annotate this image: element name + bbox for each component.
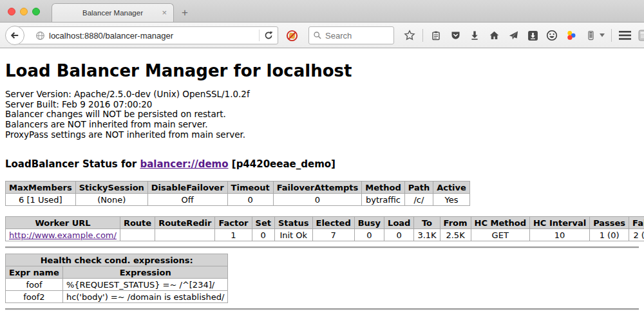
cell-expr-name: foof2 <box>6 291 63 303</box>
inherit-notice-line: Balancers are NOT inherited from main se… <box>5 120 639 130</box>
col-method: Method <box>362 181 404 194</box>
cell-set: 0 <box>252 229 274 241</box>
pocket-icon[interactable] <box>449 28 462 42</box>
cell-from: 2.5K <box>440 229 471 241</box>
col-hc-interval: HC Interval <box>529 217 589 229</box>
cell-routeredir <box>155 229 215 241</box>
col-factor: Factor <box>215 217 252 229</box>
send-icon[interactable] <box>507 28 520 42</box>
bookmarks-clipboard-icon[interactable] <box>430 28 442 42</box>
cell-maxmembers: 6 [1 Used] <box>6 194 76 206</box>
col-set: Set <box>252 217 274 229</box>
col-load: Load <box>384 217 414 229</box>
col-expr-name: Expr name <box>6 266 63 279</box>
url-bar[interactable] <box>15 26 278 44</box>
cell-path: /c/ <box>404 194 433 206</box>
col-path: Path <box>404 181 433 194</box>
search-bar[interactable] <box>308 26 394 44</box>
cell-method: bytraffic <box>362 194 404 206</box>
col-timeout: Timeout <box>227 181 273 194</box>
status-heading-suffix: [p4420eeae_demo] <box>232 158 336 170</box>
smiley-icon[interactable] <box>545 28 558 42</box>
col-busy: Busy <box>354 217 384 229</box>
url-input[interactable] <box>49 31 259 41</box>
proxypass-notice-line: ProxyPass settings are NOT inherited fro… <box>5 130 639 140</box>
col-expression: Expression <box>62 266 228 279</box>
cell-fails: 2 (0) <box>629 229 644 241</box>
toolbar-separator <box>611 29 612 42</box>
browser-tab[interactable]: Balancer Manager × <box>52 3 174 22</box>
balancer-settings-table: MaxMembers StickySession DisableFailover… <box>5 181 470 206</box>
tab-title: Balancer Manager <box>82 9 143 17</box>
cell-stickysession: (None) <box>75 194 147 206</box>
close-window-button[interactable] <box>8 8 15 15</box>
balancer-demo-link[interactable]: balancer://demo <box>140 158 228 170</box>
back-button[interactable] <box>5 26 24 45</box>
table-header-row: Expr name Expression <box>6 266 228 279</box>
noscript-blocked-icon[interactable] <box>286 30 298 42</box>
cell-disablefailover: Off <box>147 194 227 206</box>
col-passes: Passes <box>590 217 629 229</box>
horizontal-rule <box>5 246 639 248</box>
bookmark-star-icon[interactable] <box>403 28 416 42</box>
cell-expression: hc('body') =~ /domain is established/ <box>62 291 228 303</box>
cell-worker-url: http://www.example.com/ <box>6 229 120 241</box>
col-elected: Elected <box>312 217 354 229</box>
cell-expr-name: foof <box>6 279 63 291</box>
col-from: From <box>440 217 471 229</box>
server-info: Server Version: Apache/2.5.0-dev (Unix) … <box>5 89 639 140</box>
col-routeredir: RouteRedir <box>155 217 215 229</box>
download-box-icon[interactable] <box>526 28 539 42</box>
url-divider <box>259 30 260 41</box>
col-worker-url: Worker URL <box>6 217 120 229</box>
page-title: Load Balancer Manager for localhost <box>5 61 639 80</box>
zoom-window-button[interactable] <box>32 8 40 15</box>
cell-passes: 1 (0) <box>590 229 629 241</box>
tab-close-icon[interactable]: × <box>162 8 167 17</box>
cell-route <box>120 229 155 241</box>
cell-to: 3.1K <box>414 229 440 241</box>
col-to: To <box>414 217 440 229</box>
back-icon <box>10 30 20 41</box>
health-table-title: Health check cond. expressions: <box>6 254 228 266</box>
toolbar-separator <box>422 29 423 42</box>
cell-active: Yes <box>433 194 470 206</box>
cell-timeout: 0 <box>227 194 273 206</box>
cell-hc-method: GET <box>471 229 529 241</box>
battery-icon[interactable] <box>584 28 597 42</box>
table-row: foof %{REQUEST_STATUS} =~ /^[234]/ <box>6 279 228 291</box>
health-check-table: Health check cond. expressions: Expr nam… <box>5 254 228 303</box>
loadbalancer-status-heading: LoadBalancer Status for balancer://demo … <box>5 158 639 170</box>
cell-factor: 1 <box>215 229 252 241</box>
table-row: http://www.example.com/ 1 0 Init Ok 7 0 … <box>6 229 644 241</box>
menu-icon[interactable] <box>618 28 631 42</box>
col-fails: Fails <box>629 217 644 229</box>
cell-expression: %{REQUEST_STATUS} =~ /^[234]/ <box>62 279 228 291</box>
cell-load: 0 <box>384 229 414 241</box>
home-icon[interactable] <box>488 28 500 42</box>
table-row: 6 [1 Used] (None) Off 0 0 bytraffic /c/ … <box>6 194 470 206</box>
navigation-toolbar <box>0 23 644 48</box>
col-status: Status <box>274 217 312 229</box>
chevron-down-icon[interactable] <box>600 33 605 37</box>
table-row: foof2 hc('body') =~ /domain is establish… <box>6 291 228 303</box>
status-heading-prefix: LoadBalancer Status for <box>5 158 137 170</box>
downloads-icon[interactable] <box>468 28 481 42</box>
colored-dots-icon[interactable] <box>565 28 578 42</box>
new-tab-button[interactable]: + <box>182 6 188 19</box>
table-header-row: MaxMembers StickySession DisableFailover… <box>6 181 470 194</box>
search-icon <box>313 31 322 40</box>
server-built-line: Server Built: Feb 9 2016 07:00:20 <box>5 100 639 110</box>
col-failoverattempts: FailoverAttempts <box>273 181 362 194</box>
cell-status: Init Ok <box>274 229 312 241</box>
search-input[interactable] <box>322 31 393 41</box>
col-disablefailover: DisableFailover <box>147 181 227 194</box>
cell-busy: 0 <box>354 229 384 241</box>
worker-url-link[interactable]: http://www.example.com/ <box>9 230 117 240</box>
extension-icon[interactable] <box>638 28 644 42</box>
reload-icon[interactable] <box>263 30 274 41</box>
window-titlebar: Balancer Manager × + <box>0 0 644 23</box>
minimize-window-button[interactable] <box>20 8 28 15</box>
window-controls <box>8 8 40 15</box>
col-active: Active <box>433 181 470 194</box>
